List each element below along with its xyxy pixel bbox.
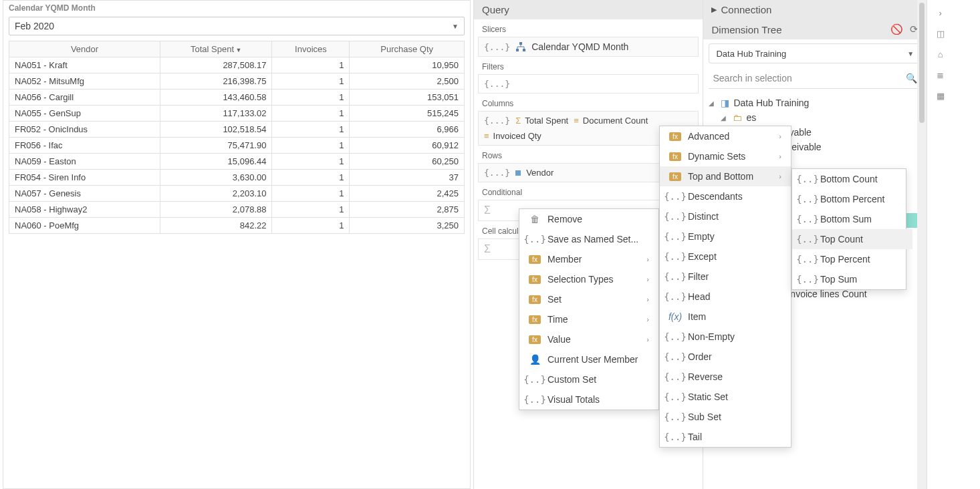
- cube-icon[interactable]: ◫: [937, 29, 945, 39]
- menu-item-label: Set: [547, 294, 562, 305]
- menu-item[interactable]: {..}Save as Named Set...: [519, 229, 658, 249]
- collapse-icon[interactable]: ◢: [709, 100, 717, 107]
- menu-item[interactable]: {..}Head: [660, 287, 791, 307]
- table-row[interactable]: FR052 - OnicIndus102,518.5416,966: [9, 122, 465, 138]
- brace-icon: {..}: [802, 274, 814, 285]
- brace-icon: {..}: [529, 234, 541, 244]
- brace-icon: {..}: [669, 231, 681, 242]
- menu-item[interactable]: {..}Static Set: [660, 387, 791, 407]
- cell-vendor: FR054 - Siren Info: [9, 170, 160, 186]
- brace-icon: {..}: [669, 351, 681, 362]
- grid-icon[interactable]: ▦: [937, 91, 945, 101]
- menu-item[interactable]: {..}Top Count: [792, 229, 912, 249]
- cell-qty: 2,875: [350, 202, 465, 218]
- menu-item[interactable]: {..}Custom Set: [519, 369, 658, 389]
- menu-item[interactable]: {..}Bottom Sum: [792, 209, 912, 229]
- cube-selector[interactable]: Data Hub Training ▼: [709, 43, 921, 63]
- tree-root[interactable]: ◢ ◨ Data Hub Training: [709, 96, 921, 110]
- menu-item[interactable]: {..}Bottom Percent: [792, 189, 912, 209]
- menu-item[interactable]: fxSet›: [519, 289, 658, 309]
- brace-icon: {..}: [669, 211, 681, 222]
- section-columns-label: Columns: [474, 94, 703, 111]
- column-token-document-count[interactable]: ≡ Document Count: [574, 116, 648, 126]
- menu-item[interactable]: {..}Bottom Count: [792, 169, 912, 189]
- list-icon[interactable]: ≣: [937, 70, 944, 80]
- menu-item[interactable]: {..}Distinct: [660, 206, 791, 226]
- menu-item[interactable]: {..}Descendants: [660, 186, 791, 206]
- cell-total: 15,096.44: [160, 154, 271, 170]
- menu-item-label: Head: [688, 291, 710, 302]
- menu-item[interactable]: 👤Current User Member: [519, 349, 658, 369]
- brace-icon: {..}: [802, 194, 814, 204]
- column-header[interactable]: Total Spent: [160, 41, 271, 57]
- table-row[interactable]: NA051 - Kraft287,508.17110,950: [9, 57, 465, 73]
- filters-dropzone[interactable]: {...}: [478, 74, 699, 94]
- cell-qty: 153,051: [350, 90, 465, 106]
- menu-item[interactable]: {..}Tail: [660, 427, 791, 447]
- column-token-total-spent[interactable]: Σ Total Spent: [515, 116, 568, 126]
- scrollbar[interactable]: [917, 0, 927, 489]
- menu-item[interactable]: {..}Reverse: [660, 367, 791, 387]
- brace-icon: {...}: [484, 168, 510, 178]
- search-input[interactable]: Search in selection 🔍: [709, 67, 921, 89]
- cell-invoices: 1: [272, 186, 350, 202]
- brace-icon: {..}: [669, 191, 681, 202]
- menu-item[interactable]: fxSelection Types›: [519, 269, 658, 289]
- connection-header[interactable]: ▶ Connection: [703, 0, 927, 19]
- cell-qty: 2,500: [350, 73, 465, 90]
- menu-item[interactable]: 🗑Remove: [519, 209, 658, 229]
- table-row[interactable]: FR054 - Siren Info3,630.00137: [9, 170, 465, 186]
- cell-vendor: NA056 - Cargill: [9, 90, 160, 106]
- cell-vendor: NA060 - PoeMfg: [9, 218, 160, 234]
- cell-invoices: 1: [272, 122, 350, 138]
- brace-icon: {..}: [802, 254, 814, 265]
- menu-item[interactable]: {..}Filter: [660, 267, 791, 287]
- table-row[interactable]: NA058 - Highway22,078.8812,875: [9, 202, 465, 218]
- collapse-icon[interactable]: ◢: [721, 114, 729, 122]
- cell-vendor: NA058 - Highway2: [9, 202, 160, 218]
- table-row[interactable]: NA052 - MitsuMfg216,398.7512,500: [9, 73, 465, 90]
- table-row[interactable]: NA059 - Easton15,096.44160,250: [9, 154, 465, 170]
- month-dropdown[interactable]: Feb 2020 ▼: [9, 17, 465, 35]
- dimension-icon: [515, 170, 521, 176]
- table-row[interactable]: FR056 - Ifac75,471.90160,912: [9, 138, 465, 154]
- menu-item[interactable]: fxValue›: [519, 329, 658, 349]
- report-panel: Calendar YQMD Month Feb 2020 ▼ VendorTot…: [3, 0, 471, 489]
- menu-item[interactable]: fxAdvanced›: [660, 126, 791, 146]
- menu-item[interactable]: fxTop and Bottom›: [660, 166, 791, 186]
- section-filters-label: Filters: [474, 57, 703, 74]
- slicer-token[interactable]: {...} Calendar YQMD Month: [478, 37, 699, 57]
- menu-item[interactable]: {..}Top Percent: [792, 249, 912, 269]
- menu-item[interactable]: fxMember›: [519, 249, 658, 269]
- brace-icon: {..}: [529, 394, 541, 405]
- menu-item[interactable]: f(x)Item: [660, 307, 791, 327]
- home-icon[interactable]: ⌂: [938, 49, 943, 59]
- cell-total: 75,471.90: [160, 138, 271, 154]
- menu-item[interactable]: fxDynamic Sets›: [660, 146, 791, 166]
- table-row[interactable]: NA057 - Genesis2,203.1012,425: [9, 186, 465, 202]
- cell-vendor: NA055 - GenSup: [9, 106, 160, 122]
- fx-icon: fx: [529, 275, 541, 284]
- menu-item[interactable]: fxTime›: [519, 309, 658, 329]
- menu-item[interactable]: {..}Except: [660, 247, 791, 267]
- context-menu-primary: 🗑Remove{..}Save as Named Set...fxMember›…: [519, 208, 659, 410]
- tree-folder[interactable]: ◢ 🗀 es: [709, 110, 921, 125]
- menu-item[interactable]: {..}Order: [660, 347, 791, 367]
- menu-item[interactable]: {..}Top Sum: [792, 269, 912, 289]
- table-row[interactable]: NA055 - GenSup117,133.021515,245: [9, 106, 465, 122]
- menu-item[interactable]: {..}Visual Totals: [519, 389, 658, 410]
- table-row[interactable]: NA056 - Cargill143,460.581153,051: [9, 90, 465, 106]
- table-row[interactable]: NA060 - PoeMfg842.2213,250: [9, 218, 465, 234]
- chevron-right-icon[interactable]: ›: [939, 8, 941, 18]
- menu-item[interactable]: {..}Empty: [660, 226, 791, 247]
- chevron-right-icon: ›: [646, 315, 649, 323]
- column-header[interactable]: Vendor: [9, 41, 160, 57]
- brace-icon: {..}: [529, 374, 541, 385]
- visibility-off-icon[interactable]: 🚫: [890, 23, 903, 35]
- menu-item[interactable]: {..}Non-Empty: [660, 327, 791, 347]
- menu-item-label: Dynamic Sets: [688, 151, 745, 162]
- column-header[interactable]: Purchase Qty: [350, 41, 465, 57]
- column-header[interactable]: Invoices: [272, 41, 350, 57]
- menu-item-label: Filter: [688, 271, 709, 282]
- menu-item[interactable]: {..}Sub Set: [660, 407, 791, 427]
